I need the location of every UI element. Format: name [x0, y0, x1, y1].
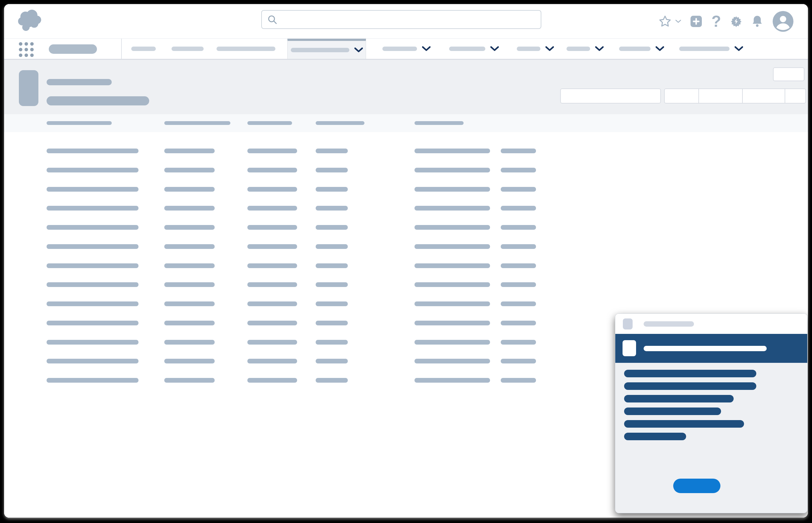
list-control-button-4[interactable]: [785, 89, 806, 103]
cell-placeholder: [415, 206, 490, 211]
cell-placeholder: [247, 359, 297, 363]
nav-tab-1[interactable]: [131, 39, 156, 59]
cell-placeholder: [47, 340, 139, 345]
chevron-down-icon: [655, 46, 664, 51]
nav-tab-9[interactable]: [619, 39, 664, 59]
walkthrough-popup: [615, 313, 808, 513]
list-control-button-3[interactable]: [743, 89, 785, 103]
cell-placeholder: [415, 340, 490, 345]
popup-banner-title-placeholder: [644, 346, 767, 351]
nav-tab-2[interactable]: [172, 39, 204, 59]
cell-placeholder: [164, 282, 215, 287]
cell-placeholder: [247, 168, 297, 173]
cell-placeholder: [164, 148, 215, 153]
popup-text-placeholder-2: [624, 382, 756, 390]
cell-placeholder: [501, 225, 536, 230]
quick-create-plus-icon[interactable]: [690, 16, 702, 27]
cell-placeholder: [415, 148, 490, 153]
popup-action-button[interactable]: [673, 479, 720, 493]
favorites-star-icon[interactable]: [658, 15, 672, 28]
popup-body: [615, 363, 807, 513]
app-launcher-icon[interactable]: [19, 42, 34, 57]
user-avatar[interactable]: [773, 11, 793, 32]
list-filter-box[interactable]: [560, 88, 661, 104]
table-row: [4, 187, 808, 192]
setup-gear-icon[interactable]: [730, 16, 742, 27]
cell-placeholder: [164, 264, 215, 268]
nav-tab-5[interactable]: [382, 39, 431, 59]
nav-tab-3[interactable]: [217, 39, 275, 59]
search-icon: [267, 14, 277, 25]
global-search-box[interactable]: [261, 10, 541, 29]
cell-placeholder: [316, 321, 348, 325]
cell-placeholder: [501, 321, 536, 325]
cell-placeholder: [164, 321, 215, 325]
cell-placeholder: [247, 282, 297, 287]
page-title-placeholder-1: [47, 79, 112, 85]
nav-tab-7[interactable]: [517, 39, 554, 59]
chevron-down-icon: [422, 46, 431, 51]
tab-label-placeholder: [131, 47, 156, 51]
cell-placeholder: [316, 282, 348, 287]
global-search-input[interactable]: [282, 13, 541, 26]
cell-placeholder: [47, 302, 139, 306]
nav-divider: [121, 39, 122, 59]
nav-tab-6[interactable]: [449, 39, 499, 59]
column-header-placeholder-2: [164, 121, 230, 125]
tab-label-placeholder: [382, 47, 417, 51]
cell-placeholder: [47, 321, 139, 325]
tab-label-placeholder: [566, 47, 590, 51]
popup-banner: [615, 334, 807, 363]
cell-placeholder: [316, 264, 348, 268]
list-control-button-1[interactable]: [665, 89, 699, 103]
table-row: [4, 302, 808, 306]
nav-tab-10[interactable]: [679, 39, 743, 59]
cell-placeholder: [164, 168, 215, 173]
cell-placeholder: [47, 206, 139, 211]
cell-placeholder: [316, 340, 348, 345]
cell-placeholder: [247, 187, 297, 192]
salesforce-cloud-logo: [17, 8, 44, 34]
chevron-down-icon: [735, 46, 743, 51]
cell-placeholder: [47, 378, 139, 383]
cell-placeholder: [415, 244, 490, 249]
notifications-bell-icon[interactable]: [751, 15, 763, 28]
table-row: [4, 244, 808, 249]
cell-placeholder: [316, 302, 348, 306]
cell-placeholder: [501, 378, 536, 383]
entity-icon-placeholder: [19, 70, 38, 106]
page-header: [4, 60, 808, 114]
cell-placeholder: [415, 282, 490, 287]
app-name-placeholder: [49, 44, 97, 54]
chevron-down-icon: [355, 48, 363, 53]
cell-placeholder: [247, 264, 297, 268]
table-row: [4, 148, 808, 153]
popup-text-placeholder-4: [624, 408, 721, 415]
cell-placeholder: [415, 225, 490, 230]
help-icon[interactable]: ?: [711, 14, 721, 29]
cell-placeholder: [501, 282, 536, 287]
favorites-chevron-icon[interactable]: [675, 19, 681, 23]
cell-placeholder: [47, 244, 139, 249]
page-title-placeholder-2: [47, 96, 149, 105]
list-control-button-2[interactable]: [699, 89, 743, 103]
cell-placeholder: [316, 187, 348, 192]
header-action-button[interactable]: [773, 67, 805, 81]
popup-text-placeholder-3: [624, 395, 734, 402]
cell-placeholder: [316, 148, 348, 153]
cell-placeholder: [501, 264, 536, 268]
popup-checkbox[interactable]: [622, 340, 636, 356]
nav-tab-8[interactable]: [566, 39, 603, 59]
header-actions: ?: [658, 4, 793, 39]
cell-placeholder: [316, 168, 348, 173]
chevron-down-icon: [545, 46, 554, 51]
cell-placeholder: [247, 225, 297, 230]
popup-text-placeholder-5: [624, 420, 744, 428]
tab-label-placeholder: [449, 47, 485, 51]
cell-placeholder: [164, 244, 215, 249]
cell-placeholder: [316, 225, 348, 230]
cell-placeholder: [415, 264, 490, 268]
tab-label-placeholder: [679, 47, 729, 51]
nav-tab-4[interactable]: [287, 39, 366, 59]
tab-label-placeholder: [172, 47, 204, 51]
